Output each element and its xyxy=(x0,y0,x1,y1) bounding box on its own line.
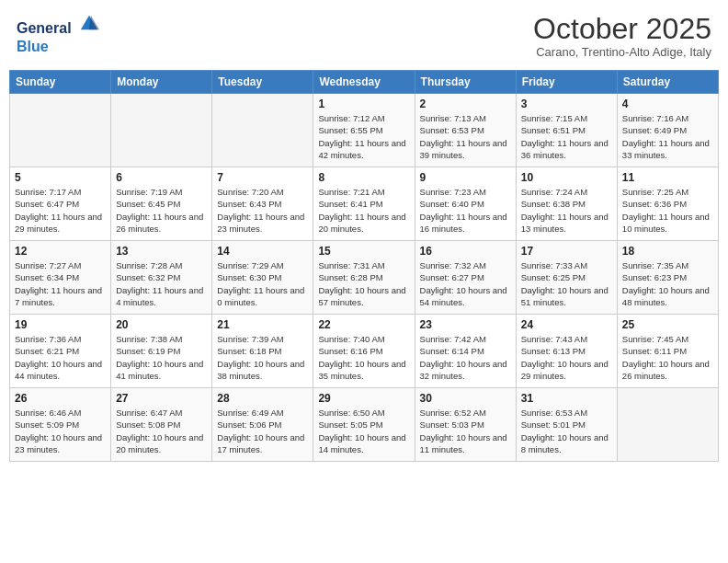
page-header: General Blue October 2025 Carano, Trenti… xyxy=(9,9,719,63)
calendar-cell: 31Sunrise: 6:53 AMSunset: 5:01 PMDayligh… xyxy=(516,388,617,462)
calendar-cell: 8Sunrise: 7:21 AMSunset: 6:41 PMDaylight… xyxy=(313,167,415,241)
day-number: 25 xyxy=(622,318,713,331)
day-number: 10 xyxy=(521,171,612,184)
calendar-cell: 12Sunrise: 7:27 AMSunset: 6:34 PMDayligh… xyxy=(10,241,111,315)
day-number: 22 xyxy=(318,318,409,331)
cell-info: Sunrise: 7:15 AMSunset: 6:51 PMDaylight:… xyxy=(521,112,612,161)
day-number: 7 xyxy=(217,171,308,184)
calendar-header-row: SundayMondayTuesdayWednesdayThursdayFrid… xyxy=(10,71,719,94)
calendar-cell: 15Sunrise: 7:31 AMSunset: 6:28 PMDayligh… xyxy=(313,241,415,315)
calendar-cell: 11Sunrise: 7:25 AMSunset: 6:36 PMDayligh… xyxy=(617,167,718,241)
calendar-cell: 30Sunrise: 6:52 AMSunset: 5:03 PMDayligh… xyxy=(415,388,516,462)
calendar-cell: 22Sunrise: 7:40 AMSunset: 6:16 PMDayligh… xyxy=(313,315,415,388)
day-number: 14 xyxy=(217,245,308,258)
calendar-cell: 27Sunrise: 6:47 AMSunset: 5:08 PMDayligh… xyxy=(111,388,212,462)
cell-info: Sunrise: 7:13 AMSunset: 6:53 PMDaylight:… xyxy=(420,112,511,161)
cell-info: Sunrise: 7:20 AMSunset: 6:43 PMDaylight:… xyxy=(217,186,308,235)
cell-info: Sunrise: 6:50 AMSunset: 5:05 PMDaylight:… xyxy=(318,407,409,455)
cell-info: Sunrise: 7:31 AMSunset: 6:28 PMDaylight:… xyxy=(318,259,409,308)
logo-general: General xyxy=(17,13,99,38)
column-header-friday: Friday xyxy=(516,71,617,94)
cell-info: Sunrise: 7:33 AMSunset: 6:25 PMDaylight:… xyxy=(521,259,612,308)
calendar-cell xyxy=(212,94,313,167)
column-header-thursday: Thursday xyxy=(415,71,516,94)
calendar-week-row: 12Sunrise: 7:27 AMSunset: 6:34 PMDayligh… xyxy=(10,241,719,315)
calendar-cell xyxy=(617,388,718,462)
cell-info: Sunrise: 7:42 AMSunset: 6:14 PMDaylight:… xyxy=(420,333,511,382)
column-header-tuesday: Tuesday xyxy=(212,71,313,94)
cell-info: Sunrise: 7:27 AMSunset: 6:34 PMDaylight:… xyxy=(15,259,106,308)
day-number: 20 xyxy=(116,318,207,331)
day-number: 9 xyxy=(420,171,511,184)
day-number: 2 xyxy=(420,98,511,110)
day-number: 28 xyxy=(217,392,308,405)
calendar-cell: 14Sunrise: 7:29 AMSunset: 6:30 PMDayligh… xyxy=(212,241,313,315)
calendar-table: SundayMondayTuesdayWednesdayThursdayFrid… xyxy=(9,70,719,462)
day-number: 30 xyxy=(420,392,511,405)
calendar-cell: 4Sunrise: 7:16 AMSunset: 6:49 PMDaylight… xyxy=(617,94,718,167)
cell-info: Sunrise: 7:36 AMSunset: 6:21 PMDaylight:… xyxy=(15,333,106,382)
month-title: October 2025 xyxy=(533,13,711,45)
logo: General Blue xyxy=(17,13,99,56)
day-number: 4 xyxy=(622,98,713,110)
calendar-cell: 19Sunrise: 7:36 AMSunset: 6:21 PMDayligh… xyxy=(10,315,111,388)
day-number: 31 xyxy=(521,392,612,405)
day-number: 3 xyxy=(521,98,612,110)
cell-info: Sunrise: 6:52 AMSunset: 5:03 PMDaylight:… xyxy=(420,407,511,455)
calendar-cell: 7Sunrise: 7:20 AMSunset: 6:43 PMDaylight… xyxy=(212,167,313,241)
cell-info: Sunrise: 7:28 AMSunset: 6:32 PMDaylight:… xyxy=(116,259,207,308)
calendar-cell: 26Sunrise: 6:46 AMSunset: 5:09 PMDayligh… xyxy=(10,388,111,462)
day-number: 23 xyxy=(420,318,511,331)
column-header-saturday: Saturday xyxy=(617,71,718,94)
calendar-cell: 10Sunrise: 7:24 AMSunset: 6:38 PMDayligh… xyxy=(516,167,617,241)
cell-info: Sunrise: 7:32 AMSunset: 6:27 PMDaylight:… xyxy=(420,259,511,308)
cell-info: Sunrise: 7:24 AMSunset: 6:38 PMDaylight:… xyxy=(521,186,612,235)
cell-info: Sunrise: 7:23 AMSunset: 6:40 PMDaylight:… xyxy=(420,186,511,235)
calendar-cell: 9Sunrise: 7:23 AMSunset: 6:40 PMDaylight… xyxy=(415,167,516,241)
cell-info: Sunrise: 7:45 AMSunset: 6:11 PMDaylight:… xyxy=(622,333,713,382)
cell-info: Sunrise: 6:49 AMSunset: 5:06 PMDaylight:… xyxy=(217,407,308,455)
day-number: 13 xyxy=(116,245,207,258)
cell-info: Sunrise: 7:43 AMSunset: 6:13 PMDaylight:… xyxy=(521,333,612,382)
logo-icon xyxy=(79,13,99,33)
column-header-sunday: Sunday xyxy=(10,71,111,94)
column-header-wednesday: Wednesday xyxy=(313,71,415,94)
title-block: October 2025 Carano, Trentino-Alto Adige… xyxy=(533,13,711,59)
day-number: 17 xyxy=(521,245,612,258)
cell-info: Sunrise: 7:17 AMSunset: 6:47 PMDaylight:… xyxy=(15,186,106,235)
calendar-cell: 24Sunrise: 7:43 AMSunset: 6:13 PMDayligh… xyxy=(516,315,617,388)
day-number: 18 xyxy=(622,245,713,258)
day-number: 12 xyxy=(15,245,106,258)
day-number: 1 xyxy=(318,98,409,110)
calendar-cell: 21Sunrise: 7:39 AMSunset: 6:18 PMDayligh… xyxy=(212,315,313,388)
cell-info: Sunrise: 7:25 AMSunset: 6:36 PMDaylight:… xyxy=(622,186,713,235)
day-number: 24 xyxy=(521,318,612,331)
cell-info: Sunrise: 7:40 AMSunset: 6:16 PMDaylight:… xyxy=(318,333,409,382)
calendar-cell xyxy=(10,94,111,167)
calendar-cell: 2Sunrise: 7:13 AMSunset: 6:53 PMDaylight… xyxy=(415,94,516,167)
calendar-cell xyxy=(111,94,212,167)
day-number: 21 xyxy=(217,318,308,331)
cell-info: Sunrise: 7:12 AMSunset: 6:55 PMDaylight:… xyxy=(318,112,409,161)
svg-marker-1 xyxy=(89,16,99,30)
calendar-cell: 28Sunrise: 6:49 AMSunset: 5:06 PMDayligh… xyxy=(212,388,313,462)
calendar-cell: 13Sunrise: 7:28 AMSunset: 6:32 PMDayligh… xyxy=(111,241,212,315)
calendar-cell: 18Sunrise: 7:35 AMSunset: 6:23 PMDayligh… xyxy=(617,241,718,315)
day-number: 19 xyxy=(15,318,106,331)
cell-info: Sunrise: 7:19 AMSunset: 6:45 PMDaylight:… xyxy=(116,186,207,235)
day-number: 5 xyxy=(15,171,106,184)
day-number: 29 xyxy=(318,392,409,405)
cell-info: Sunrise: 6:53 AMSunset: 5:01 PMDaylight:… xyxy=(521,407,612,455)
calendar-cell: 29Sunrise: 6:50 AMSunset: 5:05 PMDayligh… xyxy=(313,388,415,462)
calendar-week-row: 5Sunrise: 7:17 AMSunset: 6:47 PMDaylight… xyxy=(10,167,719,241)
calendar-cell: 6Sunrise: 7:19 AMSunset: 6:45 PMDaylight… xyxy=(111,167,212,241)
calendar-cell: 1Sunrise: 7:12 AMSunset: 6:55 PMDaylight… xyxy=(313,94,415,167)
logo-blue: Blue xyxy=(17,38,99,56)
calendar-week-row: 26Sunrise: 6:46 AMSunset: 5:09 PMDayligh… xyxy=(10,388,719,462)
calendar-cell: 17Sunrise: 7:33 AMSunset: 6:25 PMDayligh… xyxy=(516,241,617,315)
location-subtitle: Carano, Trentino-Alto Adige, Italy xyxy=(533,45,711,59)
cell-info: Sunrise: 7:21 AMSunset: 6:41 PMDaylight:… xyxy=(318,186,409,235)
day-number: 8 xyxy=(318,171,409,184)
calendar-week-row: 19Sunrise: 7:36 AMSunset: 6:21 PMDayligh… xyxy=(10,315,719,388)
cell-info: Sunrise: 7:35 AMSunset: 6:23 PMDaylight:… xyxy=(622,259,713,308)
